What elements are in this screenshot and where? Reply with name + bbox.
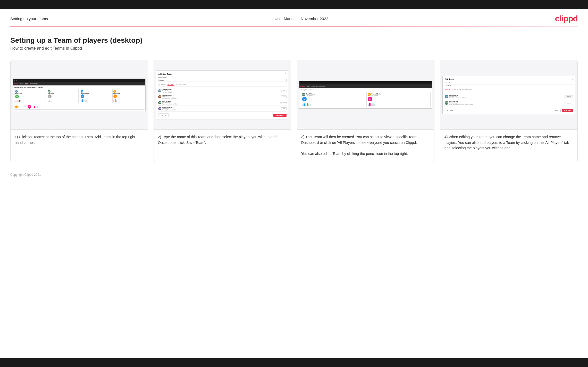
ss1-topbar bbox=[13, 79, 145, 82]
ss4-pclub-1: Plus HandicapThe Shire London, United Ki… bbox=[449, 96, 467, 99]
ss4-tab-myteam[interactable]: My Team (2) bbox=[445, 89, 452, 91]
ss4-close-icon[interactable]: × bbox=[572, 78, 573, 81]
ss4-cancel-button[interactable]: Cancel bbox=[552, 109, 561, 112]
ss2-player-list: AP Adrian Player Plus HandicapThe Shire … bbox=[158, 88, 287, 112]
ss4-modal: Edit Team × Team Name * Team A My Team (… bbox=[442, 76, 575, 114]
header-center-text: User Manual – November 2022 bbox=[275, 16, 328, 21]
ss1-avatar-3: DB bbox=[81, 90, 83, 93]
ss1-bar bbox=[15, 101, 16, 102]
ss2-header: Add New Team × bbox=[158, 73, 287, 75]
ss2-pclub-3: Plus HandicapRoyal North Devon Golf Club bbox=[162, 102, 177, 105]
ss1-bar bbox=[16, 100, 18, 102]
header: Setting up your teams User Manual – Nove… bbox=[0, 9, 588, 27]
ss4-filter-checkbox[interactable] bbox=[462, 89, 464, 90]
ss3-player-panels: BM Blair McHarg Plus Handicap 94 bbox=[301, 92, 431, 107]
ss1-richard-avatar: RB bbox=[15, 106, 18, 108]
card-3-text-content: 3) This Team will then be created. You c… bbox=[301, 135, 417, 156]
ss4-delete-button[interactable]: 🗑 Delete bbox=[445, 109, 455, 112]
ss3-panel-2: RB Richard Butler Plus Handicap 72 bbox=[366, 92, 431, 107]
ss2-player-details-2: Adrian Coliba 1.5 HandicapCentral London… bbox=[162, 95, 177, 99]
ss2-title: Add New Team bbox=[158, 73, 172, 75]
ss4-footer: 🗑 Delete Cancel Save Team bbox=[445, 109, 573, 112]
page-subtitle: How to create and edit Teams in Clippd bbox=[10, 46, 578, 51]
ss1-avatar-2: BM bbox=[48, 90, 51, 93]
ss2-avatar-1: AP bbox=[158, 89, 161, 92]
ss1-score-3: 94 bbox=[81, 94, 84, 98]
ss4-tab-allplayers[interactable]: All Players bbox=[454, 89, 461, 91]
ss2-player-left-3: BM Blair McHarg Plus HandicapRoyal North… bbox=[158, 101, 177, 105]
ss2-tabs: My Team (2) All Players Filter by name bbox=[158, 83, 287, 87]
ss2-pclub-4: 3.8 HandicapThe Ding Maying Golf Club bbox=[162, 108, 176, 111]
ss4-pclub-2: Plus HandicapRoyal North Devon Golf Club… bbox=[449, 102, 473, 105]
ss4-title: Edit Team bbox=[445, 78, 454, 80]
ss2-add-btn-4[interactable]: Add bbox=[281, 107, 287, 110]
ss3-bar bbox=[371, 104, 372, 106]
ss2-save-button[interactable]: Save Team bbox=[273, 114, 287, 117]
ss1-bar bbox=[83, 100, 84, 102]
ss1-player-3: DB Dave Billingham 94 bbox=[80, 89, 111, 103]
ss3-panel-header-2: RB Richard Butler Plus Handicap bbox=[368, 93, 430, 96]
ss2-close-icon[interactable]: × bbox=[285, 73, 287, 75]
ss2-team-name-input[interactable]: Team A bbox=[158, 79, 287, 82]
ss2-cancel-button[interactable]: Cancel bbox=[158, 113, 169, 117]
ss1-name-4: Richard Butler bbox=[113, 93, 143, 94]
ss3-nav-perf: My Performance bbox=[316, 86, 325, 87]
ss4-player-info-1: Adrian Player Plus HandicapThe Shire Lon… bbox=[449, 94, 467, 99]
filter-checkbox[interactable] bbox=[176, 84, 177, 85]
ss4-avatar-1: AP bbox=[445, 95, 448, 98]
ss1-avatar-4: RB bbox=[113, 90, 116, 93]
ss1-body: Viewing 5 out of 8 players from All Play… bbox=[13, 85, 145, 111]
card-4-text: 4) When editing your Team, you can chang… bbox=[440, 130, 577, 162]
ss1-bar bbox=[85, 99, 86, 102]
ss1-richard-bars bbox=[33, 105, 38, 108]
clippd-logo: clippd bbox=[555, 14, 578, 23]
ss3-bar bbox=[374, 104, 375, 106]
ss4-tabs: My Team (2) All Players Filter by name bbox=[445, 89, 573, 92]
ss3-bar bbox=[302, 104, 303, 106]
ss1-richard-score-wrap: 72 bbox=[28, 105, 31, 109]
ss4-remove-btn-1[interactable]: Remove bbox=[565, 95, 573, 98]
ss1-nav-teams: Teams bbox=[25, 83, 28, 84]
ss4-remove-btn-2[interactable]: Remove bbox=[565, 102, 573, 104]
ss2-player-details-1: Adrian Player Plus HandicapThe Shire Lon… bbox=[162, 89, 172, 93]
ss1-bar bbox=[20, 100, 21, 102]
ss2-status-1: Player Added bbox=[280, 90, 287, 92]
copyright-text: Copyright Clippd 2021 bbox=[10, 173, 41, 177]
ss2-player-left-4: DB Dave Billingham 3.8 HandicapThe Ding … bbox=[158, 107, 176, 111]
ss2-add-btn-2[interactable]: Add bbox=[281, 95, 287, 98]
cards-grid: clippd Home Teams My Performance Viewing… bbox=[10, 60, 578, 162]
screenshot-1: clippd Home Teams My Performance Viewing… bbox=[11, 60, 148, 130]
ss4-team-name-input[interactable]: Team A bbox=[445, 84, 573, 87]
ss3-bar bbox=[304, 103, 305, 106]
ss3-score-1: 94 bbox=[302, 97, 307, 101]
card-1-text: 1) Click on 'Teams' at the top of the sc… bbox=[11, 130, 148, 162]
ss3-body: Viewing 2 players from Team A BM Blair M… bbox=[299, 88, 432, 108]
ss1-name-3: Dave Billingham bbox=[81, 93, 110, 94]
card-4: Edit Team × Team Name * Team A My Team (… bbox=[440, 60, 578, 162]
ss1-logo: clippd bbox=[14, 83, 19, 84]
ss2-tab-myteam[interactable]: My Team (2) bbox=[158, 83, 166, 86]
header-left-text: Setting up your teams bbox=[10, 16, 48, 21]
ss3-topbar bbox=[299, 81, 432, 84]
ss2-player-details-4: Dave Billingham 3.8 HandicapThe Ding May… bbox=[162, 107, 176, 111]
ss1-bar bbox=[19, 100, 20, 102]
ss2-tab-allplayers[interactable]: All Players bbox=[167, 83, 174, 86]
ss4-player-info-2: Blair McHarg Plus HandicapRoyal North De… bbox=[449, 101, 473, 105]
ss2-player-left-2: AC Adrian Coliba 1.5 HandicapCentral Lon… bbox=[158, 95, 177, 99]
ss1-bar bbox=[48, 101, 49, 102]
ss3-nav-teams: Teams bbox=[311, 86, 315, 87]
ss1-richard-name: Richard Butler bbox=[19, 106, 26, 108]
ss1-bar bbox=[33, 107, 34, 108]
bottom-bar bbox=[0, 358, 588, 367]
ss2-player-row-1: AP Adrian Player Plus HandicapThe Shire … bbox=[158, 88, 287, 94]
ss3-player-info-2: Richard Butler Plus Handicap bbox=[372, 93, 381, 96]
ss2-avatar-2: AC bbox=[158, 95, 161, 98]
ss3-bar bbox=[369, 103, 371, 106]
top-bar bbox=[0, 0, 588, 9]
ss1-players-row: AC Adrian Coliba 84 bbox=[14, 89, 144, 103]
screenshot-4: Edit Team × Team Name * Team A My Team (… bbox=[440, 60, 577, 130]
card-1: clippd Home Teams My Performance Viewing… bbox=[10, 60, 148, 162]
ss1-richard-row: RB Richard Butler 72 bbox=[14, 104, 144, 110]
ss4-player-left-1: AP Adrian Player Plus HandicapThe Shire … bbox=[445, 94, 467, 99]
ss4-save-button[interactable]: Save Team bbox=[562, 109, 573, 112]
